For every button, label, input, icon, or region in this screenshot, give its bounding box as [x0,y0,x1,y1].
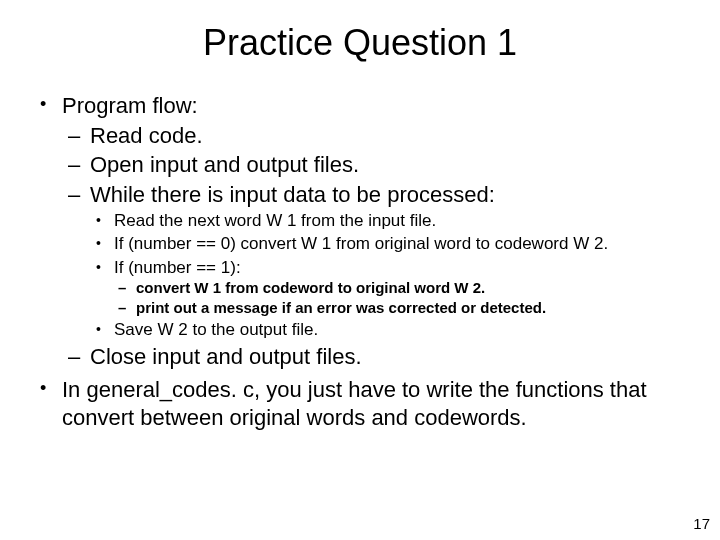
slide-title: Practice Question 1 [0,22,720,64]
bullet-text: In general_codes. c, you just have to wr… [62,377,647,430]
bullet-text: print out a message if an error was corr… [136,299,546,316]
list-level-1: Program flow: Read code. Open input and … [36,92,684,431]
bullet-text: Read the next word W 1 from the input fi… [114,211,436,230]
bullet-text: While there is input data to be processe… [90,182,495,207]
list-item: If (number == 0) convert W 1 from origin… [90,233,684,254]
list-item: Read code. [62,122,684,150]
bullet-text: Close input and output files. [90,344,362,369]
list-item: Close input and output files. [62,343,684,371]
list-item: Save W 2 to the output file. [90,319,684,340]
bullet-text: Program flow: [62,93,198,118]
slide-content: Program flow: Read code. Open input and … [0,92,720,431]
bullet-text: convert W 1 from codeword to original wo… [136,279,485,296]
bullet-text: Save W 2 to the output file. [114,320,318,339]
bullet-text: If (number == 0) convert W 1 from origin… [114,234,608,253]
list-item: In general_codes. c, you just have to wr… [36,376,684,431]
bullet-text: If (number == 1): [114,258,241,277]
list-level-2: Read code. Open input and output files. … [62,122,684,371]
list-item: print out a message if an error was corr… [114,299,684,318]
slide: Practice Question 1 Program flow: Read c… [0,22,720,540]
list-item: Open input and output files. [62,151,684,179]
list-level-4: convert W 1 from codeword to original wo… [114,279,684,318]
list-item: Read the next word W 1 from the input fi… [90,210,684,231]
bullet-text: Read code. [90,123,203,148]
list-item: convert W 1 from codeword to original wo… [114,279,684,298]
page-number: 17 [693,515,710,532]
list-item: Program flow: Read code. Open input and … [36,92,684,370]
list-item: While there is input data to be processe… [62,181,684,341]
bullet-text: Open input and output files. [90,152,359,177]
list-item: If (number == 1): convert W 1 from codew… [90,257,684,318]
list-level-3: Read the next word W 1 from the input fi… [90,210,684,341]
